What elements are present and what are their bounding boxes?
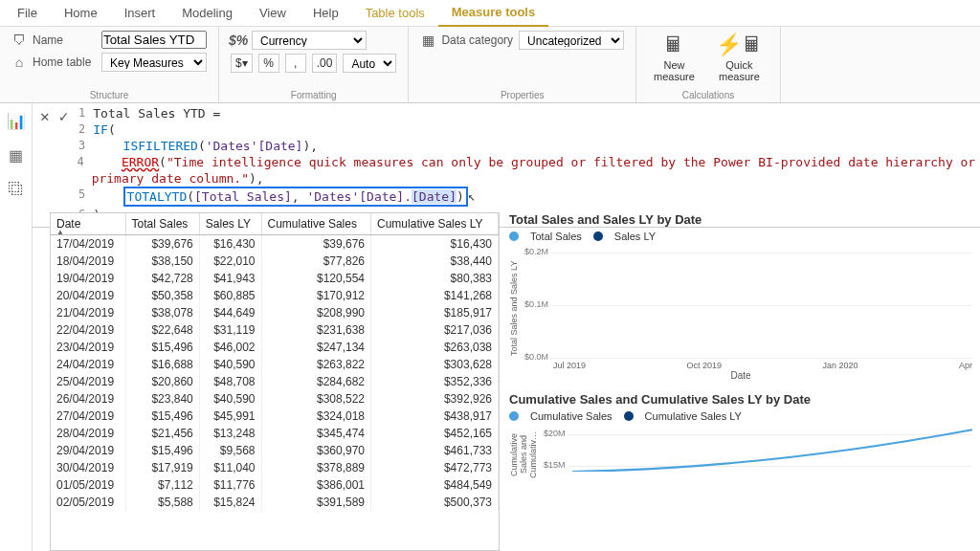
column-header[interactable]: Date — [51, 213, 125, 235]
home-table-select[interactable]: Key Measures — [101, 53, 207, 72]
tab-measure-tools[interactable]: Measure tools — [438, 0, 548, 27]
thousands-button[interactable]: , — [285, 54, 306, 73]
table-visual[interactable]: DateTotal SalesSales LYCumulative SalesC… — [50, 212, 500, 551]
chart-cumulative-sales[interactable]: Cumulative Sales and Cumulative Sales LY… — [509, 392, 972, 483]
data-category-label: Data category — [441, 33, 513, 47]
group-label-formatting: Formatting — [231, 90, 396, 100]
tag-icon: ⛉ — [11, 33, 27, 48]
swatch-icon — [509, 231, 519, 241]
column-header[interactable]: Total Sales — [125, 213, 199, 235]
decimal-auto-select[interactable]: Auto — [343, 54, 396, 73]
formula-bar: ✕ ✓ 1Total Sales YTD = 2IF( 3 ISFILTERED… — [33, 103, 980, 228]
chart2-legend: Cumulative Sales Cumulative Sales LY — [509, 410, 972, 422]
tab-view[interactable]: View — [246, 0, 300, 26]
home-table-label: Home table — [33, 55, 96, 69]
chart1-xaxis-label: Date — [509, 370, 972, 381]
table-row[interactable]: 24/04/2019$16,688$40,590$263,822$303,628 — [51, 356, 499, 373]
model-view-icon[interactable]: ⿻ — [7, 180, 26, 199]
table-row[interactable]: 22/04/2019$22,648$31,119$231,638$217,036 — [51, 321, 499, 339]
tab-file[interactable]: File — [4, 0, 51, 26]
tab-insert[interactable]: Insert — [111, 0, 169, 26]
table-row[interactable]: 17/04/2019$39,676$16,430$39,676$16,430 — [51, 235, 499, 253]
table-row[interactable]: 01/05/2019$7,112$11,776$386,001$484,549 — [51, 476, 499, 494]
table-row[interactable]: 18/04/2019$38,150$22,010$77,826$38,440 — [51, 253, 499, 270]
group-properties: ▦ Data category Uncategorized Properties — [409, 27, 636, 102]
decimals-button[interactable]: .00 — [312, 54, 338, 73]
percent-button[interactable]: % — [258, 54, 279, 73]
name-label: Name — [33, 33, 96, 47]
group-label-calculations: Calculations — [648, 90, 768, 100]
table-row[interactable]: 29/04/2019$15,496$9,568$360,970$461,733 — [51, 442, 499, 459]
table-row[interactable]: 02/05/2019$5,588$15,824$391,589$500,373 — [51, 494, 499, 511]
chart2-line — [572, 426, 972, 472]
data-category-icon: ▦ — [420, 33, 435, 48]
table-row[interactable]: 19/04/2019$42,728$41,943$120,554$80,383 — [51, 270, 499, 287]
chart2-yaxis-label: Cumulative Sales and Cumulativ… — [509, 426, 538, 483]
currency-button[interactable]: $ ▾ — [231, 54, 253, 73]
group-calculations: 🖩 New measure ⚡🖩 Quick measure Calculati… — [636, 27, 781, 102]
table-row[interactable]: 21/04/2019$38,078$44,649$208,990$185,917 — [51, 304, 499, 321]
group-structure: ⛉ Name ⌂ Home table Key Measures Structu… — [0, 27, 219, 102]
tab-home[interactable]: Home — [51, 0, 111, 26]
column-header[interactable]: Cumulative Sales — [261, 213, 371, 235]
new-measure-button[interactable]: 🖩 New measure — [648, 31, 701, 84]
column-header[interactable]: Sales LY — [199, 213, 261, 235]
quick-measure-button[interactable]: ⚡🖩 Quick measure — [710, 31, 768, 84]
home-table-icon: ⌂ — [11, 55, 27, 70]
column-header[interactable]: Cumulative Sales LY — [371, 213, 499, 235]
group-label-properties: Properties — [420, 90, 624, 100]
formula-commit-icon[interactable]: ✓ — [59, 107, 69, 125]
swatch-icon — [509, 411, 519, 421]
table-row[interactable]: 26/04/2019$23,840$40,590$308,522$392,926 — [51, 390, 499, 408]
chart-total-sales[interactable]: Total Sales and Sales LY by Date Total S… — [509, 212, 972, 381]
formula-cancel-icon[interactable]: ✕ — [40, 107, 50, 125]
table-row[interactable]: 25/04/2019$20,860$48,708$284,682$352,336 — [51, 373, 499, 390]
report-canvas: DateTotal SalesSales LYCumulative SalesC… — [33, 212, 980, 551]
calculator-icon: 🖩 — [663, 33, 684, 57]
group-label-structure: Structure — [11, 90, 207, 100]
data-view-icon[interactable]: ▦ — [7, 145, 26, 165]
chart1-legend: Total Sales Sales LY — [509, 231, 972, 242]
table-row[interactable]: 28/04/2019$21,456$13,248$345,474$452,165 — [51, 425, 499, 442]
tab-help[interactable]: Help — [300, 0, 352, 26]
chart1-yaxis-label: Total Sales and Sales LY — [509, 246, 519, 370]
swatch-icon — [624, 411, 634, 421]
table-row[interactable]: 30/04/2019$17,919$11,040$378,889$472,773 — [51, 459, 499, 476]
chart1-title: Total Sales and Sales LY by Date — [509, 212, 972, 227]
ribbon-body: ⛉ Name ⌂ Home table Key Measures Structu… — [0, 27, 980, 103]
quick-measure-icon: ⚡🖩 — [716, 33, 763, 57]
ribbon-tabs: File Home Insert Modeling View Help Tabl… — [0, 0, 980, 27]
view-rail: 📊 ▦ ⿻ — [0, 103, 33, 551]
format-icon: $% — [231, 33, 246, 48]
tab-table-tools[interactable]: Table tools — [352, 0, 438, 26]
tab-modeling[interactable]: Modeling — [168, 0, 246, 26]
chart2-title: Cumulative Sales and Cumulative Sales LY… — [509, 392, 972, 407]
table-row[interactable]: 23/04/2019$15,496$46,002$247,134$263,038 — [51, 339, 499, 356]
data-category-select[interactable]: Uncategorized — [519, 31, 624, 50]
measure-name-input[interactable] — [101, 31, 207, 49]
swatch-icon — [593, 231, 603, 241]
report-view-icon[interactable]: 📊 — [7, 111, 26, 130]
table-row[interactable]: 27/04/2019$15,496$45,991$324,018$438,917 — [51, 408, 499, 425]
group-formatting: $% Currency $ ▾ % , .00 Auto Formatting — [219, 27, 409, 102]
formula-editor[interactable]: 1Total Sales YTD = 2IF( 3 ISFILTERED('Da… — [76, 103, 980, 227]
format-select[interactable]: Currency — [252, 31, 367, 50]
table-row[interactable]: 20/04/2019$50,358$60,885$170,912$141,268 — [51, 287, 499, 304]
